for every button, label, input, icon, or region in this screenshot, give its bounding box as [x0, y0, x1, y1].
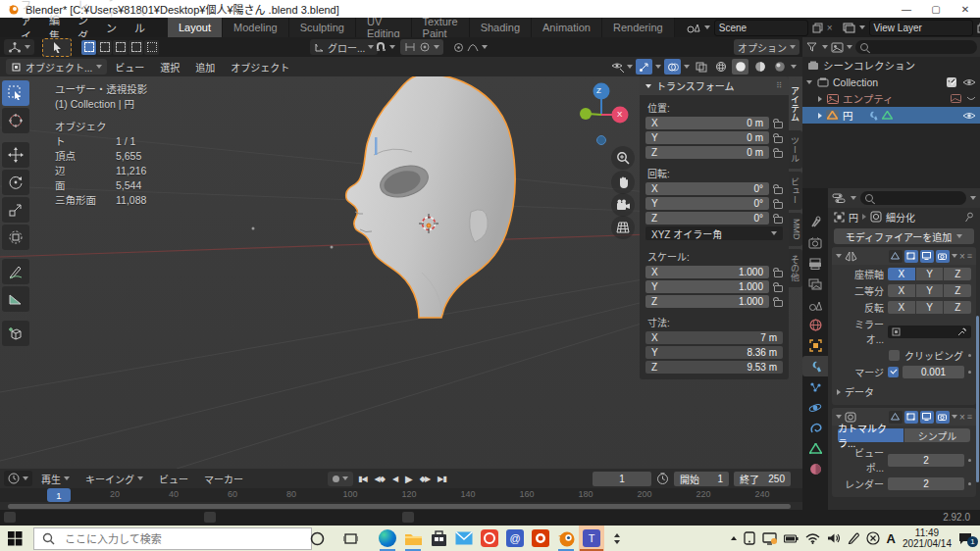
chevron-down-icon[interactable] [952, 254, 957, 258]
collapse-icon[interactable] [836, 415, 842, 419]
delete-scene-icon[interactable]: × [827, 23, 833, 33]
image-data-icon[interactable] [950, 93, 962, 104]
menu-file[interactable]: ファイル [12, 18, 40, 37]
collapse-icon[interactable] [836, 254, 842, 258]
taskbar-office-icon[interactable] [528, 526, 553, 551]
tab-constraints[interactable] [802, 418, 828, 438]
tab-texture-paint[interactable]: Texture Paint [412, 18, 470, 37]
chevron-down-icon[interactable] [952, 415, 957, 419]
flip-z-button[interactable]: Z [944, 301, 971, 314]
merge-value-field[interactable]: 0.001 [903, 366, 964, 378]
chevron-down-icon[interactable] [859, 25, 865, 29]
timeline-menu-keying[interactable]: キーイング [78, 472, 150, 486]
sidebar-tab-misc[interactable]: その他 [789, 249, 802, 287]
animate-dot-icon[interactable] [968, 354, 971, 357]
scale-y-field[interactable]: Y1.000 [645, 280, 769, 293]
chevron-down-icon[interactable] [791, 65, 797, 69]
location-x-field[interactable]: X0 m [645, 117, 769, 129]
previous-keyframe-button[interactable]: ◀◆ [372, 475, 387, 483]
play-button[interactable]: ▶ [402, 474, 415, 484]
close-button[interactable]: ✕ [951, 0, 980, 18]
lock-icon[interactable] [773, 119, 783, 128]
editor-type-button[interactable] [4, 39, 34, 55]
filter-icon[interactable] [805, 41, 819, 53]
lock-icon[interactable] [773, 133, 783, 143]
tab-scene[interactable] [802, 294, 828, 315]
notification-center-button[interactable]: 1 [958, 531, 974, 545]
taskbar-mail-icon[interactable] [451, 526, 477, 551]
outliner-row-empty[interactable]: エンプティ [802, 90, 980, 107]
render-display-toggle[interactable] [936, 411, 950, 424]
timeline-menu-marker[interactable]: マーカー [197, 472, 250, 486]
dimensions-z-field[interactable]: Z9.53 m [645, 361, 783, 374]
pin-icon[interactable] [964, 212, 974, 223]
render-display-toggle[interactable] [936, 250, 950, 263]
rotation-y-field[interactable]: Y0° [645, 197, 769, 210]
rotation-x-field[interactable]: X0° [645, 182, 769, 195]
timeline-editor-button[interactable] [4, 471, 32, 486]
location-y-field[interactable]: Y0 m [645, 131, 769, 144]
snap-settings-button[interactable] [400, 39, 443, 55]
gizmos-toggle[interactable] [636, 59, 652, 75]
camera-view-button[interactable] [611, 193, 635, 217]
rotation-mode-dropdown[interactable]: XYZ オイラー角 [645, 226, 783, 240]
tray-battery-icon[interactable] [784, 534, 799, 543]
tab-rendering[interactable]: Rendering [602, 18, 675, 37]
tab-world[interactable] [802, 315, 828, 335]
jump-to-end-button[interactable]: ▶▮ [435, 475, 449, 483]
tab-layout[interactable]: Layout [168, 18, 223, 37]
animate-dot-icon[interactable] [968, 371, 971, 374]
modifier-wrench-icon[interactable] [867, 111, 878, 121]
gizmo-x-label[interactable]: X [617, 110, 622, 119]
current-frame-field[interactable]: 1 [593, 472, 651, 486]
delete-modifier-icon[interactable]: × [959, 251, 965, 262]
axis-z-button[interactable]: Z [944, 268, 971, 280]
annotate-tool[interactable] [2, 259, 29, 284]
tab-sculpting[interactable]: Sculpting [289, 18, 356, 37]
tab-render[interactable] [802, 232, 828, 253]
bisect-y-button[interactable]: Y [916, 284, 944, 297]
taskbar-explorer-icon[interactable] [400, 526, 426, 551]
dimensions-x-field[interactable]: X7 m [645, 331, 783, 344]
select-mode-intersect-button[interactable] [144, 40, 159, 55]
shading-material-button[interactable] [751, 59, 768, 75]
view-layer-field[interactable]: View Layer [869, 20, 973, 36]
transform-tool[interactable] [2, 225, 29, 250]
gizmo-z-label[interactable]: Z [596, 86, 601, 95]
timeline-scrollbar[interactable] [8, 504, 791, 509]
tray-volume-icon[interactable] [827, 532, 841, 544]
bisect-z-button[interactable]: Z [944, 284, 971, 297]
move-tool[interactable] [2, 142, 29, 168]
rotate-tool[interactable] [2, 170, 29, 195]
realtime-display-toggle[interactable] [920, 250, 934, 263]
data-section-label[interactable]: データ [845, 384, 874, 399]
lock-icon[interactable] [773, 214, 783, 224]
options-button[interactable]: オプション [734, 39, 799, 55]
outliner-search-input[interactable] [855, 40, 977, 54]
tray-ime-mode[interactable]: A [887, 531, 896, 546]
animate-dot-icon[interactable] [968, 459, 971, 462]
playhead[interactable]: 1 [47, 488, 71, 502]
viewport-menu-object[interactable]: オブジェクト [223, 60, 297, 75]
menu-edit[interactable]: 編集 [40, 18, 69, 37]
outliner-row-scene-collection[interactable]: シーンコレクション [802, 57, 980, 74]
viewport-menu-view[interactable]: ビュー [107, 60, 152, 75]
chevron-down-icon[interactable] [704, 25, 710, 29]
scale-tool[interactable] [2, 197, 29, 223]
jump-to-start-button[interactable]: ▮◀ [355, 475, 370, 483]
taskbar-search[interactable] [33, 527, 312, 550]
lock-icon[interactable] [773, 268, 783, 277]
menu-window[interactable]: ウィンドウ [97, 18, 126, 37]
disclosure-icon[interactable] [818, 96, 822, 102]
maximize-button[interactable]: ▢ [921, 0, 951, 18]
tray-pen-icon[interactable] [848, 532, 859, 544]
tab-material[interactable] [802, 459, 828, 479]
mesh-data-icon[interactable] [882, 111, 893, 120]
shading-rendered-button[interactable] [771, 59, 788, 75]
taskbar-red-app-icon[interactable] [477, 526, 502, 551]
auto-keying-button[interactable] [328, 472, 353, 486]
viewport-menu-add[interactable]: 追加 [187, 60, 223, 75]
disclosure-icon[interactable] [837, 389, 841, 395]
tab-shading[interactable]: Shading [470, 18, 532, 37]
tab-tool[interactable] [802, 212, 828, 232]
